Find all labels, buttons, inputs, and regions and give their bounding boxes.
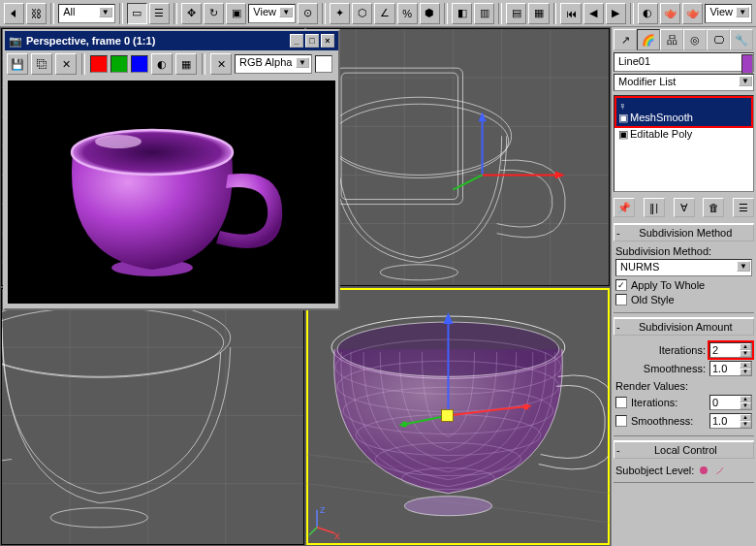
array-btn[interactable]: ▦ [528,3,549,24]
svg-rect-21 [341,73,457,199]
alpha-btn[interactable]: ▦ [175,53,197,75]
undo-btn[interactable] [4,3,24,24]
pin-stack-btn[interactable]: 📌 [614,198,635,217]
nextkey-btn[interactable]: ▶ [606,3,626,24]
object-name-field[interactable]: Line01 [614,52,754,72]
unique-btn[interactable]: ∀ [674,198,695,217]
svg-text:z: z [320,502,326,514]
svg-point-22 [380,265,457,280]
r-smooth-checkbox[interactable] [615,415,627,427]
svg-marker-49 [443,312,453,324]
stack-buttons: 📌 ‖| ∀ 🗑 ☰ [614,196,754,219]
spinner-snap-btn[interactable]: ⬢ [420,3,440,24]
modifier-list-dropdown[interactable]: Modifier List [614,74,754,91]
subdivision-method-header[interactable]: -Subdivision Method [614,224,754,241]
stack-expand-icon[interactable]: ▣ [618,128,628,141]
show-end-btn[interactable]: ‖| [644,198,665,217]
local-control-header[interactable]: -Local Control [614,441,754,459]
old-style-checkbox[interactable] [615,294,627,305]
svg-marker-24 [479,112,487,121]
svg-point-36 [50,507,147,527]
subdivision-amount-header[interactable]: -Subdivision Amount [614,318,754,336]
blue-channel-swatch[interactable] [131,55,148,73]
r-iterations-spinner[interactable]: ▲▼ [709,395,752,410]
old-style-label: Old Style [631,294,675,305]
viewport-left[interactable] [1,288,304,546]
stack-item-editablepoly[interactable]: ▣Editable Poly [616,126,751,143]
mono-btn[interactable]: ◐ [151,53,173,75]
channel-dropdown[interactable]: RGB Alpha [235,54,312,74]
object-color-swatch[interactable] [741,54,753,74]
subdiv-method-dropdown[interactable]: NURMS [615,259,752,276]
render-title: Perspective, frame 0 (1:1) [26,35,155,47]
render-titlebar[interactable]: 📷 Perspective, frame 0 (1:1) _ □ × [5,31,338,50]
modifier-stack[interactable]: ♀ ▣MeshSmooth ▣Editable Poly [614,95,754,192]
pivot-btn[interactable]: ⊙ [298,3,318,24]
iterations-spinner[interactable]: ▲▼ [709,342,752,358]
percent-snap-btn[interactable]: % [397,3,418,24]
svg-point-47 [404,496,491,515]
angle-snap-btn[interactable]: ∠ [374,3,394,24]
maximize-btn[interactable]: □ [305,34,319,48]
svg-marker-26 [555,171,565,178]
command-tabs: ↗ 🌈 品 ◎ 🖵 🔧 [614,29,754,50]
subdiv-method-label: Subdivision Method: [615,245,752,257]
svg-point-64 [95,135,142,148]
red-channel-swatch[interactable] [90,55,108,73]
link-btn[interactable]: ⛓ [26,3,47,24]
scale-btn[interactable]: ▣ [226,3,246,24]
minimize-btn[interactable]: _ [290,34,303,48]
mirror-btn[interactable]: ▥ [474,3,494,24]
selection-filter-dropdown[interactable]: All [58,4,114,23]
subdivision-amount-rollup: -Subdivision Amount Iterations: ▲▼ Smoot… [614,317,754,436]
stack-item-meshsmooth[interactable]: ♀ ▣MeshSmooth [616,98,751,126]
svg-point-35 [2,307,224,377]
configure-btn[interactable]: ☰ [733,198,754,217]
select-btn[interactable]: ▭ [127,3,147,24]
ref-coord-dropdown[interactable]: View [248,4,296,23]
render-frame-window: 📷 Perspective, frame 0 (1:1) _ □ × 💾 ⿻ ✕… [3,29,340,310]
render-tools: 💾 ⿻ ✕ ◐ ▦ ✕ RGB Alpha [5,50,338,78]
edge-level-icon[interactable]: ⟋ [713,463,727,478]
apply-whole-checkbox[interactable]: ✓ [615,279,627,291]
create-tab[interactable]: ↗ [614,29,637,50]
align-btn[interactable]: ▤ [506,3,526,24]
utilities-tab[interactable]: 🔧 [730,29,753,50]
material-btn[interactable]: ◐ [638,3,658,24]
viewport-front[interactable] [306,28,610,286]
stack-eye-icon[interactable]: ♀ ▣ [618,100,628,124]
svg-point-51 [523,403,529,409]
display-tab[interactable]: 🖵 [707,29,730,50]
select-name-btn[interactable]: ☰ [149,3,170,24]
svg-line-57 [317,527,334,532]
bg-swatch[interactable] [315,55,332,73]
modify-tab[interactable]: 🌈 [637,29,660,50]
iterations-label: Iterations: [615,344,706,356]
hierarchy-tab[interactable]: 品 [660,29,683,50]
clear-btn[interactable]: ✕ [55,53,77,75]
r-iter-checkbox[interactable] [615,397,627,408]
save-image-btn[interactable]: 💾 [7,53,28,75]
camera-icon: 📷 [9,35,22,48]
discard-btn[interactable]: ✕ [210,53,232,75]
main-toolbar: ⛓ All ▭ ☰ ✥ ↻ ▣ View ⊙ ✦ ⬡ ∠ % ⬢ ◧ ▥ ▤ ▦… [0,0,756,27]
named-sel-btn[interactable]: ◧ [452,3,472,24]
vertex-level-icon[interactable] [700,466,708,474]
prevkey-btn[interactable]: ◀ [583,3,604,24]
select-manip-btn[interactable]: ✦ [330,3,350,24]
viewport-perspective[interactable]: z x [306,288,610,546]
green-channel-swatch[interactable] [110,55,128,73]
keymode-btn[interactable]: ⏮ [560,3,581,24]
quick-render-btn[interactable]: 🫖 [682,3,703,24]
close-btn[interactable]: × [321,34,334,48]
render-view-dropdown[interactable]: View [705,4,752,23]
render-scene-btn[interactable]: 🫖 [660,3,680,24]
move-btn[interactable]: ✥ [181,3,202,24]
remove-mod-btn[interactable]: 🗑 [703,198,724,217]
r-smoothness-spinner[interactable]: ▲▼ [709,413,752,429]
motion-tab[interactable]: ◎ [683,29,707,50]
snap-btn[interactable]: ⬡ [352,3,372,24]
clone-btn[interactable]: ⿻ [31,53,52,75]
smoothness-spinner[interactable]: ▲▼ [709,361,752,376]
rotate-btn[interactable]: ↻ [204,3,224,24]
